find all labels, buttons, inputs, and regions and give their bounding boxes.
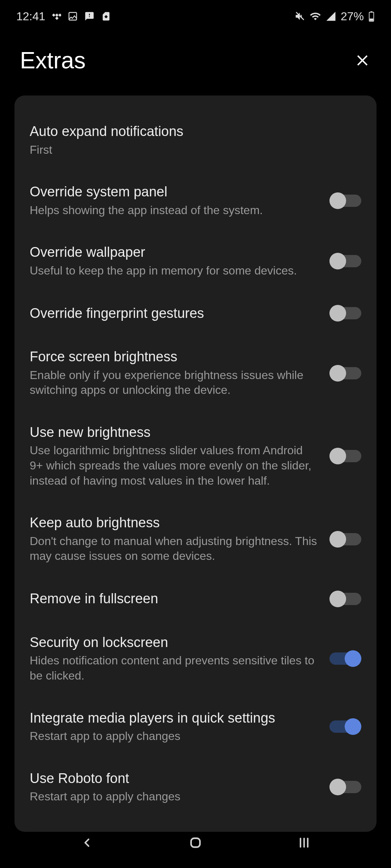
row-title: Security on lockscreen bbox=[30, 634, 319, 651]
row-override-wallpaper[interactable]: Override wallpaper Useful to keep the ap… bbox=[14, 231, 377, 291]
svg-rect-7 bbox=[370, 18, 373, 21]
nav-recents-button[interactable] bbox=[291, 830, 317, 855]
tidal-icon bbox=[52, 12, 61, 21]
row-sub: Useful to keep the app in memory for som… bbox=[30, 263, 319, 278]
row-override-system-panel[interactable]: Override system panel Helps showing the … bbox=[14, 170, 377, 231]
toggle-force-screen-brightness[interactable] bbox=[329, 364, 361, 382]
row-sub: Restart app to apply changes bbox=[30, 789, 319, 804]
row-sub: Enable only if you experience brightness… bbox=[30, 368, 319, 398]
status-bar: 12:41 27% bbox=[0, 0, 391, 29]
row-text: Override wallpaper Useful to keep the ap… bbox=[30, 244, 319, 278]
row-text: Override fingerprint gestures bbox=[30, 305, 319, 322]
svg-rect-4 bbox=[69, 13, 77, 20]
toggle-override-fingerprint-gestures[interactable] bbox=[329, 304, 361, 322]
toggle-integrate-media-players[interactable] bbox=[329, 718, 361, 736]
row-keep-auto-brightness[interactable]: Keep auto brightness Don't change to man… bbox=[14, 501, 377, 577]
svg-rect-3 bbox=[55, 17, 59, 20]
toggle-security-on-lockscreen[interactable] bbox=[329, 650, 361, 668]
row-title: Use new brightness bbox=[30, 424, 319, 441]
row-title: Use Roboto font bbox=[30, 770, 319, 787]
status-right: 27% bbox=[294, 10, 375, 23]
status-left: 12:41 bbox=[16, 10, 111, 23]
row-text: Auto expand notifications First bbox=[30, 123, 361, 157]
image-icon bbox=[68, 11, 78, 21]
svg-rect-6 bbox=[371, 11, 373, 12]
row-title: Override wallpaper bbox=[30, 244, 319, 261]
svg-rect-8 bbox=[191, 838, 200, 847]
row-text: Force screen brightness Enable only if y… bbox=[30, 348, 319, 398]
row-text: Remove in fullscreen bbox=[30, 590, 319, 608]
row-title: Auto expand notifications bbox=[30, 123, 361, 140]
row-sub: First bbox=[30, 142, 361, 158]
row-text: Integrate media players in quick setting… bbox=[30, 710, 319, 744]
settings-panel: Auto expand notifications First Override… bbox=[14, 95, 377, 832]
row-text: Override system panel Helps showing the … bbox=[30, 183, 319, 218]
svg-rect-1 bbox=[55, 13, 59, 17]
toggle-use-roboto-font[interactable] bbox=[329, 778, 361, 796]
svg-rect-2 bbox=[58, 13, 61, 17]
vibrate-icon bbox=[294, 11, 305, 22]
back-icon bbox=[80, 836, 94, 850]
row-title: Override system panel bbox=[30, 183, 319, 201]
toggle-keep-auto-brightness[interactable] bbox=[329, 530, 361, 548]
toggle-override-wallpaper[interactable] bbox=[329, 252, 361, 270]
status-battery-text: 27% bbox=[341, 10, 364, 23]
row-use-new-brightness[interactable]: Use new brightness Use logarithmic brigh… bbox=[14, 411, 377, 501]
row-text: Keep auto brightness Don't change to man… bbox=[30, 514, 319, 564]
recents-icon bbox=[297, 835, 311, 850]
row-title: Force screen brightness bbox=[30, 348, 319, 366]
battery-icon bbox=[368, 11, 375, 22]
row-title: Integrate media players in quick setting… bbox=[30, 710, 319, 727]
row-auto-expand-notifications[interactable]: Auto expand notifications First bbox=[14, 110, 377, 170]
row-security-on-lockscreen[interactable]: Security on lockscreen Hides notificatio… bbox=[14, 621, 377, 697]
message-alert-icon bbox=[84, 11, 94, 21]
row-use-roboto-font[interactable]: Use Roboto font Restart app to apply cha… bbox=[14, 757, 377, 817]
home-icon bbox=[188, 835, 203, 850]
signal-icon bbox=[325, 11, 336, 22]
row-force-screen-brightness[interactable]: Force screen brightness Enable only if y… bbox=[14, 335, 377, 411]
row-sub: Helps showing the app instead of the sys… bbox=[30, 203, 319, 218]
row-text: Security on lockscreen Hides notificatio… bbox=[30, 634, 319, 684]
row-text: Use new brightness Use logarithmic brigh… bbox=[30, 424, 319, 488]
row-title: Override fingerprint gestures bbox=[30, 305, 319, 322]
row-remove-in-fullscreen[interactable]: Remove in fullscreen bbox=[14, 577, 377, 621]
page-title: Extras bbox=[20, 47, 85, 74]
row-title: Keep auto brightness bbox=[30, 514, 319, 532]
svg-rect-0 bbox=[52, 13, 55, 17]
page-header: Extras bbox=[0, 29, 391, 95]
row-text: Use Roboto font Restart app to apply cha… bbox=[30, 770, 319, 804]
row-sub: Use logarithmic brightness slider values… bbox=[30, 443, 319, 488]
sim-alert-icon bbox=[101, 11, 111, 21]
toggle-remove-in-fullscreen[interactable] bbox=[329, 590, 361, 608]
wifi-icon bbox=[310, 10, 321, 22]
close-button[interactable] bbox=[354, 52, 371, 69]
status-time: 12:41 bbox=[16, 10, 45, 23]
nav-back-button[interactable] bbox=[74, 830, 100, 855]
nav-home-button[interactable] bbox=[183, 830, 208, 855]
row-integrate-media-players[interactable]: Integrate media players in quick setting… bbox=[14, 697, 377, 757]
toggle-override-system-panel[interactable] bbox=[329, 192, 361, 210]
toggle-use-new-brightness[interactable] bbox=[329, 447, 361, 465]
row-sub: Hides notification content and prevents … bbox=[30, 653, 319, 683]
row-override-fingerprint-gestures[interactable]: Override fingerprint gestures bbox=[14, 291, 377, 335]
row-sub: Don't change to manual when adjusting br… bbox=[30, 534, 319, 564]
row-title: Remove in fullscreen bbox=[30, 590, 319, 608]
system-navbar bbox=[0, 825, 391, 868]
row-sub: Restart app to apply changes bbox=[30, 729, 319, 744]
close-icon bbox=[354, 52, 370, 68]
